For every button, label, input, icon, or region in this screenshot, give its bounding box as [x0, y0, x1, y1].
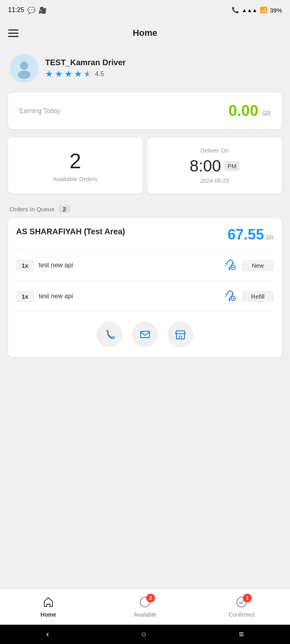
battery-icon: 39%	[270, 7, 282, 14]
profile-name: TEST_Kamran Driver	[45, 58, 126, 67]
item-2-icon	[222, 288, 237, 304]
star-5-half: ★ ★	[84, 69, 92, 79]
available-orders-card: 2 Available Orders	[8, 137, 143, 194]
menu-line-2	[8, 33, 19, 34]
nav-home[interactable]: Home	[28, 596, 68, 618]
nav-home-icon-wrap	[42, 596, 54, 610]
deliver-date: 2024-05-23	[200, 178, 229, 184]
item-2-type: Refill	[242, 291, 274, 302]
order-card[interactable]: AS SHARAFIYAH (Test Area) 67.55 SR 1x te…	[8, 218, 282, 357]
divider-2	[16, 281, 274, 281]
queue-count-badge: 2	[59, 205, 70, 213]
earning-amount: 0.00 SR	[228, 102, 271, 120]
star-3: ★	[64, 69, 72, 79]
order-item-2: 1x test new api Refill	[16, 284, 274, 308]
status-icons: 📞 ▲▲▲ 📶 39%	[232, 6, 282, 14]
nav-confirmed-icon-wrap: 1	[236, 596, 248, 610]
queue-header: Orders In Queue 2	[0, 198, 290, 217]
menu-line-1	[8, 29, 19, 31]
deliver-label: Deliver On	[201, 147, 229, 154]
order-price: 67.55 SR	[228, 226, 274, 243]
android-navbar: ‹ ○ ≡	[0, 625, 290, 644]
order-label: Available Orders	[53, 175, 98, 182]
divider-1	[16, 250, 274, 250]
item-2-name: test new api	[39, 293, 218, 300]
ampm-badge: PM	[224, 161, 240, 171]
star-2: ★	[55, 69, 63, 79]
status-time: 11:25 💬 🎥	[8, 6, 47, 14]
page-title: Home	[133, 28, 157, 38]
menu-line-3	[8, 36, 19, 37]
time-label: 11:25	[8, 6, 24, 14]
order-item-1: 1x test new api New	[16, 253, 274, 277]
avatar-icon	[14, 58, 35, 79]
wifi-icon: 📶	[260, 6, 267, 14]
earning-value: 0.00	[228, 102, 258, 119]
order-card-header: AS SHARAFIYAH (Test Area) 67.55 SR	[16, 226, 274, 243]
home-button[interactable]: ○	[141, 629, 147, 640]
rating-value: 4.5	[95, 70, 104, 78]
nav-confirmed[interactable]: 1 Confirmed	[222, 596, 262, 618]
available-badge: 2	[146, 594, 155, 603]
queue-label: Orders In Queue	[10, 206, 55, 213]
earning-currency: SR	[262, 110, 271, 117]
svg-rect-4	[141, 331, 149, 338]
home-icon	[42, 596, 54, 608]
hamburger-menu[interactable]	[8, 29, 19, 37]
svg-point-1	[18, 70, 30, 79]
status-bar: 11:25 💬 🎥 📞 ▲▲▲ 📶 39%	[0, 0, 290, 20]
whatsapp-icon: 💬	[27, 6, 35, 14]
item-1-name: test new api	[39, 262, 218, 269]
bottom-nav: Home 2 Available 1 Confirmed	[0, 588, 290, 625]
order-price-value: 67.55	[228, 226, 264, 243]
profile-section: TEST_Kamran Driver ★ ★ ★ ★ ★ ★ 4.5	[0, 46, 290, 89]
earning-label: Earning Today	[19, 107, 60, 115]
signal-icon: ▲▲▲	[242, 7, 257, 13]
recents-button[interactable]: ≡	[239, 629, 244, 640]
phone-button[interactable]	[97, 322, 122, 347]
item-2-qty: 1x	[16, 291, 34, 302]
avatar	[10, 54, 39, 83]
nav-available-icon-wrap: 2	[139, 596, 151, 610]
time-row: 8:00 PM	[190, 157, 240, 175]
profile-info: TEST_Kamran Driver ★ ★ ★ ★ ★ ★ 4.5	[45, 58, 126, 79]
video-icon: 🎥	[39, 6, 47, 14]
star-1: ★	[45, 69, 53, 79]
item-1-icon	[222, 257, 237, 273]
divider-3	[16, 312, 274, 312]
rating-stars: ★ ★ ★ ★ ★ ★ 4.5	[45, 69, 126, 79]
order-price-currency: SR	[265, 234, 274, 241]
nav-available-label: Available	[134, 611, 157, 618]
confirmed-badge: 1	[243, 594, 252, 603]
top-nav: Home	[0, 20, 290, 46]
deliver-on-card: Deliver On 8:00 PM 2024-05-23	[147, 137, 282, 194]
order-count: 2	[70, 149, 81, 173]
email-button[interactable]	[132, 322, 158, 347]
svg-rect-6	[179, 336, 182, 339]
deliver-time: 8:00	[190, 157, 221, 175]
nav-available[interactable]: 2 Available	[125, 596, 165, 618]
action-buttons	[16, 315, 274, 351]
order-area: AS SHARAFIYAH (Test Area)	[16, 226, 125, 237]
nav-home-label: Home	[41, 611, 56, 618]
star-4: ★	[74, 69, 82, 79]
svg-point-0	[20, 62, 29, 70]
item-1-type: New	[242, 260, 274, 271]
info-cards-row: 2 Available Orders Deliver On 8:00 PM 20…	[8, 137, 282, 194]
call-icon: 📞	[232, 6, 239, 14]
earning-card: Earning Today 0.00 SR	[8, 93, 282, 129]
store-button[interactable]	[168, 322, 193, 347]
nav-confirmed-label: Confirmed	[229, 611, 255, 618]
back-button[interactable]: ‹	[46, 629, 49, 640]
item-1-qty: 1x	[16, 260, 34, 271]
